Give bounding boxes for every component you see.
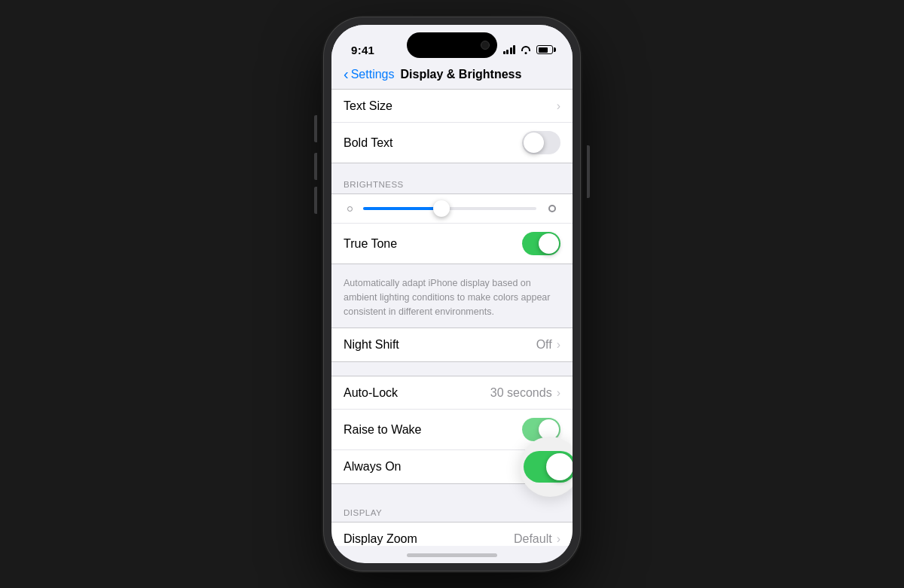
brightness-low-icon	[344, 203, 356, 215]
phone-screen: 9:41 ‹ Settings Display & Brightness	[331, 25, 573, 563]
camera-dot	[481, 41, 490, 50]
always-on-toggle-thumb	[546, 453, 573, 480]
true-tone-toggle[interactable]	[522, 232, 560, 255]
bold-text-row[interactable]: Bold Text	[331, 123, 573, 163]
auto-lock-right: 30 seconds ›	[490, 386, 560, 400]
home-indicator	[407, 553, 497, 557]
display-section-group: Display Zoom Default ›	[331, 522, 573, 546]
brightness-slider-row[interactable]	[331, 194, 573, 224]
brightness-section-group: True Tone	[331, 193, 573, 264]
display-zoom-chevron-icon: ›	[557, 532, 560, 546]
text-size-row[interactable]: Text Size ›	[331, 90, 573, 123]
status-icons	[503, 45, 554, 54]
battery-icon	[536, 45, 553, 54]
back-button[interactable]: ‹ Settings	[344, 67, 394, 81]
true-tone-label: True Tone	[344, 237, 397, 251]
status-bar: 9:41	[331, 25, 573, 64]
display-zoom-value: Default	[514, 532, 552, 546]
brightness-slider-thumb[interactable]	[433, 200, 450, 217]
brightness-header: BRIGHTNESS	[331, 169, 573, 193]
navigation-bar: ‹ Settings Display & Brightness	[331, 64, 573, 89]
bold-text-toggle[interactable]	[522, 131, 560, 154]
night-shift-right: Off ›	[536, 338, 560, 352]
raise-to-wake-label: Raise to Wake	[344, 423, 421, 437]
auto-lock-label: Auto-Lock	[344, 386, 398, 400]
night-shift-section-group: Night Shift Off ›	[331, 328, 573, 362]
true-tone-description: Automatically adapt iPhone display based…	[331, 270, 573, 328]
night-shift-label: Night Shift	[344, 338, 399, 352]
true-tone-toggle-thumb	[539, 233, 559, 254]
auto-lock-value: 30 seconds	[490, 386, 552, 400]
display-zoom-row[interactable]: Display Zoom Default ›	[331, 522, 573, 546]
dynamic-island	[407, 32, 497, 58]
signal-bars-icon	[503, 45, 516, 54]
true-tone-row[interactable]: True Tone	[331, 224, 573, 264]
wifi-icon	[520, 45, 532, 54]
always-on-toggle[interactable]	[524, 451, 573, 483]
bold-text-toggle-thumb	[524, 133, 544, 153]
battery-fill	[539, 47, 548, 53]
back-button-label: Settings	[351, 68, 395, 81]
brightness-slider-fill	[363, 207, 441, 210]
phone-frame: 9:41 ‹ Settings Display & Brightness	[324, 17, 580, 571]
brightness-high-icon	[544, 200, 560, 217]
lock-section-group: Auto-Lock 30 seconds › Raise to Wake Alw…	[331, 376, 573, 484]
auto-lock-row[interactable]: Auto-Lock 30 seconds ›	[331, 376, 573, 410]
night-shift-value: Off	[536, 338, 552, 352]
page-title: Display & Brightness	[400, 68, 521, 81]
text-section-group: Text Size › Bold Text	[331, 89, 573, 163]
always-on-row[interactable]: Always On	[331, 450, 573, 483]
text-size-right: ›	[557, 99, 560, 113]
night-shift-row[interactable]: Night Shift Off ›	[331, 328, 573, 361]
text-size-chevron-icon: ›	[557, 99, 560, 113]
night-shift-chevron-icon: ›	[557, 338, 560, 352]
back-chevron-icon: ‹	[344, 66, 349, 81]
always-on-label: Always On	[344, 460, 401, 474]
text-size-label: Text Size	[344, 99, 392, 113]
display-zoom-right: Default ›	[514, 532, 560, 546]
brightness-slider[interactable]	[363, 207, 536, 210]
status-time: 9:41	[351, 44, 374, 56]
bold-text-label: Bold Text	[344, 136, 393, 150]
display-header: DISPLAY	[331, 498, 573, 522]
always-on-zoom-circle	[520, 437, 573, 497]
auto-lock-chevron-icon: ›	[557, 386, 560, 400]
settings-content: Text Size › Bold Text BRIGHTNESS	[331, 89, 573, 546]
display-zoom-label: Display Zoom	[344, 532, 417, 546]
section-gap-1	[331, 368, 573, 376]
